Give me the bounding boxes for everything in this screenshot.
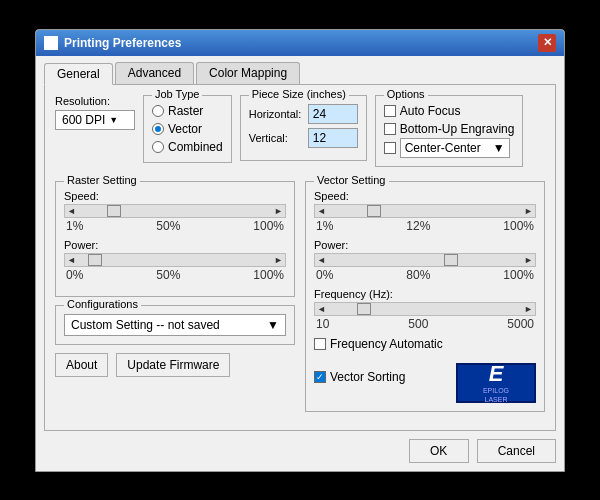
vector-freq-thumb[interactable] (357, 303, 371, 315)
bottom-section: Raster Setting Speed: ◄ ► 1% 50% (55, 181, 545, 420)
bottom-up-label: Bottom-Up Engraving (400, 122, 515, 136)
vector-power-group: Power: ◄ ► 0% 80% 100% (314, 239, 536, 282)
radio-raster-label: Raster (168, 104, 203, 118)
vertical-row: Vertical: (249, 128, 358, 148)
vector-sorting-checkbox[interactable]: ✓ (314, 371, 326, 383)
resolution-value: 600 DPI (62, 113, 105, 127)
epilog-sub-text2: LASER (485, 396, 508, 403)
vector-freq-right-arrow-icon[interactable]: ► (522, 304, 535, 314)
action-buttons: About Update Firmware (55, 353, 295, 377)
tab-color-mapping[interactable]: Color Mapping (196, 62, 300, 84)
raster-speed-label: Speed: (64, 190, 286, 202)
vector-power-mark-1: 80% (406, 268, 430, 282)
raster-power-label: Power: (64, 239, 286, 251)
horizontal-label: Horizontal: (249, 108, 304, 120)
vertical-input[interactable] (308, 128, 358, 148)
vector-power-thumb[interactable] (444, 254, 458, 266)
vector-freq-left-arrow-icon[interactable]: ◄ (315, 304, 328, 314)
vector-power-right-arrow-icon[interactable]: ► (522, 255, 535, 265)
radio-vector-label: Vector (168, 122, 202, 136)
raster-section: Raster Setting Speed: ◄ ► 1% 50% (55, 181, 295, 420)
raster-power-group: Power: ◄ ► 0% 50% 100% (64, 239, 286, 282)
radio-raster[interactable] (152, 105, 164, 117)
vector-setting-label: Vector Setting (314, 174, 389, 186)
raster-speed-marks: 1% 50% 100% (64, 219, 286, 233)
options-group: Options Auto Focus Bottom-Up Engraving C… (375, 95, 524, 167)
vector-speed-right-arrow-icon[interactable]: ► (522, 206, 535, 216)
raster-power-mark-2: 100% (253, 268, 284, 282)
horizontal-input[interactable] (308, 104, 358, 124)
vector-speed-left-arrow-icon[interactable]: ◄ (315, 206, 328, 216)
auto-focus-checkbox[interactable] (384, 105, 396, 117)
freq-auto-row[interactable]: Frequency Automatic (314, 337, 536, 351)
configurations-dropdown[interactable]: Custom Setting -- not saved ▼ (64, 314, 286, 336)
raster-speed-track: ◄ ► (64, 204, 286, 218)
titlebar: 🖨 Printing Preferences ✕ (36, 30, 564, 56)
auto-focus-label: Auto Focus (400, 104, 461, 118)
main-content: Resolution: 600 DPI ▼ Job Type Raster Ve (44, 84, 556, 431)
update-firmware-button[interactable]: Update Firmware (116, 353, 230, 377)
bottom-up-checkbox[interactable] (384, 123, 396, 135)
freq-auto-checkbox[interactable] (314, 338, 326, 350)
resolution-area: Resolution: 600 DPI ▼ (55, 95, 135, 130)
vector-speed-mark-1: 12% (406, 219, 430, 233)
about-button[interactable]: About (55, 353, 108, 377)
vector-power-mark-2: 100% (503, 268, 534, 282)
dropdown-arrow-icon: ▼ (109, 115, 118, 125)
vector-freq-track: ◄ ► (314, 302, 536, 316)
epilog-letter: E (489, 363, 504, 385)
vector-speed-track: ◄ ► (314, 204, 536, 218)
radio-combined[interactable] (152, 141, 164, 153)
raster-power-track: ◄ ► (64, 253, 286, 267)
radio-vector[interactable] (152, 123, 164, 135)
ok-button[interactable]: OK (409, 439, 469, 463)
vertical-label: Vertical: (249, 132, 304, 144)
cancel-button[interactable]: Cancel (477, 439, 556, 463)
resolution-label: Resolution: (55, 95, 135, 107)
tab-general[interactable]: General (44, 63, 113, 85)
vector-setting-group: Vector Setting Speed: ◄ ► 1% 12% (305, 181, 545, 412)
center-center-arrow-icon: ▼ (493, 141, 505, 155)
vector-freq-label: Frequency (Hz): (314, 288, 536, 300)
raster-speed-thumb[interactable] (107, 205, 121, 217)
epilog-sub-text: EPILOG (483, 387, 509, 394)
vector-freq-mark-2: 5000 (507, 317, 534, 331)
radio-row-raster[interactable]: Raster (152, 104, 223, 118)
vector-speed-group: Speed: ◄ ► 1% 12% 100% (314, 190, 536, 233)
vector-power-left-arrow-icon[interactable]: ◄ (315, 255, 328, 265)
vector-speed-thumb[interactable] (367, 205, 381, 217)
vector-sorting-row[interactable]: ✓ Vector Sorting (314, 370, 405, 384)
vector-freq-mark-1: 500 (408, 317, 428, 331)
tab-advanced[interactable]: Advanced (115, 62, 194, 84)
raster-power-left-arrow-icon[interactable]: ◄ (65, 255, 78, 265)
raster-speed-right-arrow-icon[interactable]: ► (272, 206, 285, 216)
vector-power-mark-0: 0% (316, 268, 333, 282)
window-title: Printing Preferences (64, 36, 181, 50)
options-label: Options (384, 88, 428, 100)
raster-power-thumb[interactable] (88, 254, 102, 266)
close-button[interactable]: ✕ (538, 34, 556, 52)
raster-speed-left-arrow-icon[interactable]: ◄ (65, 206, 78, 216)
vector-speed-mark-2: 100% (503, 219, 534, 233)
job-type-label: Job Type (152, 88, 202, 100)
raster-power-marks: 0% 50% 100% (64, 268, 286, 282)
auto-focus-row[interactable]: Auto Focus (384, 104, 515, 118)
piece-size-label: Piece Size (inches) (249, 88, 349, 100)
window-icon: 🖨 (44, 36, 58, 50)
bottom-up-row[interactable]: Bottom-Up Engraving (384, 122, 515, 136)
radio-combined-label: Combined (168, 140, 223, 154)
radio-row-combined[interactable]: Combined (152, 140, 223, 154)
center-center-checkbox[interactable] (384, 142, 396, 154)
epilog-logo: E EPILOG LASER (456, 363, 536, 403)
radio-row-vector[interactable]: Vector (152, 122, 223, 136)
center-center-dropdown[interactable]: Center-Center ▼ (400, 138, 510, 158)
raster-power-right-arrow-icon[interactable]: ► (272, 255, 285, 265)
vector-freq-marks: 10 500 5000 (314, 317, 536, 331)
resolution-dropdown[interactable]: 600 DPI ▼ (55, 110, 135, 130)
raster-speed-mark-0: 1% (66, 219, 83, 233)
printing-preferences-dialog: 🖨 Printing Preferences ✕ General Advance… (35, 29, 565, 472)
job-type-group: Job Type Raster Vector Combined (143, 95, 232, 163)
tab-bar: General Advanced Color Mapping (36, 56, 564, 84)
raster-speed-mark-2: 100% (253, 219, 284, 233)
raster-speed-mark-1: 50% (156, 219, 180, 233)
